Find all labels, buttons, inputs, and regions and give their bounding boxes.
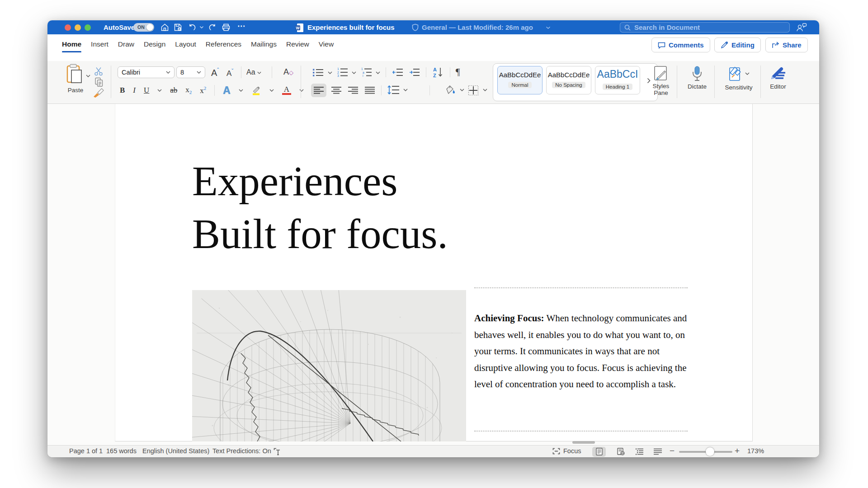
document-paragraph[interactable]: Achieving Focus: When technology communi… — [474, 310, 688, 393]
redo-icon[interactable] — [208, 23, 217, 32]
focus-label[interactable]: Focus — [563, 447, 581, 455]
subscript-button[interactable]: x2 — [185, 85, 192, 95]
paste-button[interactable] — [66, 64, 85, 84]
sensitivity-shield-icon[interactable] — [412, 23, 419, 31]
tab-mailings[interactable]: Mailings — [251, 40, 277, 52]
numbered-list-icon[interactable]: 123 — [337, 67, 348, 77]
increase-indent-icon[interactable] — [409, 68, 420, 76]
bullet-list-icon[interactable] — [313, 68, 324, 77]
document-page[interactable]: Experiences Built for focus. — [115, 104, 753, 441]
web-layout-view-button[interactable] — [614, 447, 627, 457]
horizontal-scrollbar-thumb[interactable] — [572, 441, 595, 444]
highlight-chevron-icon[interactable] — [269, 89, 274, 92]
document-title[interactable]: Experiences built for focus — [307, 23, 395, 31]
font-color-button[interactable]: A — [282, 86, 291, 95]
heading-line-2[interactable]: Built for focus. — [192, 207, 448, 260]
borders-icon[interactable] — [468, 85, 479, 96]
presence-people-icon[interactable] — [796, 23, 807, 32]
comments-button[interactable]: Comments — [651, 38, 710, 52]
numbered-list-chevron-icon[interactable] — [352, 71, 356, 75]
text-effects-button[interactable]: A — [223, 85, 231, 95]
document-area[interactable]: Experiences Built for focus. — [47, 104, 819, 445]
underline-chevron-icon[interactable] — [157, 89, 162, 92]
editor-button[interactable]: Editor — [766, 66, 790, 90]
tab-insert[interactable]: Insert — [91, 40, 108, 52]
text-effects-chevron-icon[interactable] — [239, 89, 243, 92]
status-chevron-icon[interactable] — [546, 26, 551, 29]
font-size-select[interactable]: 8 — [176, 66, 205, 78]
tab-references[interactable]: References — [206, 40, 241, 52]
shading-icon[interactable] — [444, 85, 456, 95]
paragraph-bold-lead[interactable]: Achieving Focus: — [474, 313, 544, 324]
style-heading-1[interactable]: AaBbCcI Heading 1 — [595, 66, 640, 94]
zoom-window-button[interactable] — [85, 24, 91, 31]
shrink-font-button[interactable]: Aˇ — [226, 68, 233, 78]
font-color-chevron-icon[interactable] — [299, 89, 304, 92]
undo-chevron-icon[interactable] — [199, 26, 204, 29]
align-left-button-active[interactable] — [311, 84, 326, 97]
strikethrough-button[interactable]: ab — [170, 86, 177, 95]
minimize-window-button[interactable] — [75, 24, 81, 31]
home-icon[interactable] — [160, 23, 169, 32]
italic-button[interactable]: I — [133, 86, 136, 95]
align-right-button[interactable] — [348, 87, 358, 94]
undo-icon[interactable] — [188, 23, 197, 32]
highlight-button[interactable] — [251, 85, 261, 95]
tab-design[interactable]: Design — [144, 40, 165, 52]
sort-icon[interactable]: AZ — [433, 66, 444, 78]
text-predictions-indicator[interactable]: Text Predictions: On — [212, 447, 271, 455]
bold-button[interactable]: B — [120, 86, 125, 95]
tab-view[interactable]: View — [319, 40, 334, 52]
zoom-level[interactable]: 173% — [747, 447, 764, 455]
multilevel-list-icon[interactable]: 1ai — [361, 67, 372, 77]
decrease-indent-icon[interactable] — [392, 68, 403, 76]
underline-button[interactable]: U — [144, 86, 149, 95]
editing-button[interactable]: Editing — [714, 38, 761, 52]
tab-layout[interactable]: Layout — [175, 40, 196, 52]
copy-icon[interactable] — [94, 77, 104, 87]
style-no-spacing[interactable]: AaBbCcDdEe No Spacing — [546, 66, 591, 94]
document-right-column[interactable]: Achieving Focus: When technology communi… — [474, 287, 689, 393]
cut-icon[interactable] — [94, 67, 104, 76]
format-painter-icon[interactable] — [93, 88, 104, 98]
close-window-button[interactable] — [65, 24, 71, 31]
document-heading[interactable]: Experiences Built for focus. — [192, 155, 448, 260]
word-count[interactable]: 165 words — [106, 447, 137, 455]
grow-font-button[interactable]: Aˆ — [211, 67, 219, 78]
sensitivity-button[interactable]: Sensitivity — [721, 66, 756, 91]
heading-line-1[interactable]: Experiences — [192, 155, 448, 207]
style-normal[interactable]: AaBbCcDdEe Normal — [497, 66, 542, 94]
styles-pane-button[interactable]: Styles Pane — [650, 66, 672, 96]
align-center-button[interactable] — [331, 87, 341, 94]
tab-draw[interactable]: Draw — [118, 40, 134, 52]
print-icon[interactable] — [222, 23, 231, 32]
text-predictions-icon[interactable] — [274, 448, 281, 455]
paste-chevron-icon[interactable] — [86, 71, 90, 80]
dictate-button[interactable]: Dictate — [684, 66, 710, 90]
language-indicator[interactable]: English (United States) — [142, 447, 209, 455]
borders-chevron-icon[interactable] — [483, 89, 487, 92]
zoom-in-button[interactable]: + — [735, 446, 740, 456]
page-indicator[interactable]: Page 1 of 1 — [69, 447, 103, 455]
change-case-button[interactable]: Aa — [246, 68, 261, 76]
clear-formatting-button[interactable]: A◇ — [283, 67, 293, 77]
bullet-list-chevron-icon[interactable] — [328, 71, 332, 75]
search-input[interactable]: Search in Document — [620, 22, 790, 33]
document-status[interactable]: General — Last Modified: 26m ago — [422, 23, 533, 31]
paragraph-body[interactable]: When technology communicates and behaves… — [474, 313, 687, 389]
focus-icon[interactable] — [552, 448, 560, 455]
justify-button[interactable] — [365, 87, 375, 94]
superscript-button[interactable]: x2 — [200, 85, 206, 95]
outline-view-button[interactable] — [633, 447, 646, 457]
line-spacing-chevron-icon[interactable] — [403, 89, 408, 92]
zoom-out-button[interactable]: − — [670, 446, 675, 456]
font-name-select[interactable]: Calibri — [118, 66, 175, 78]
save-icon[interactable] — [174, 23, 182, 32]
line-spacing-icon[interactable] — [387, 85, 399, 94]
multilevel-list-chevron-icon[interactable] — [376, 71, 380, 75]
more-commands-icon[interactable]: ⋯ — [237, 21, 245, 31]
document-image[interactable] — [192, 290, 466, 441]
tab-review[interactable]: Review — [286, 40, 309, 52]
shading-chevron-icon[interactable] — [460, 89, 464, 92]
autosave-toggle[interactable]: ON — [133, 23, 154, 32]
